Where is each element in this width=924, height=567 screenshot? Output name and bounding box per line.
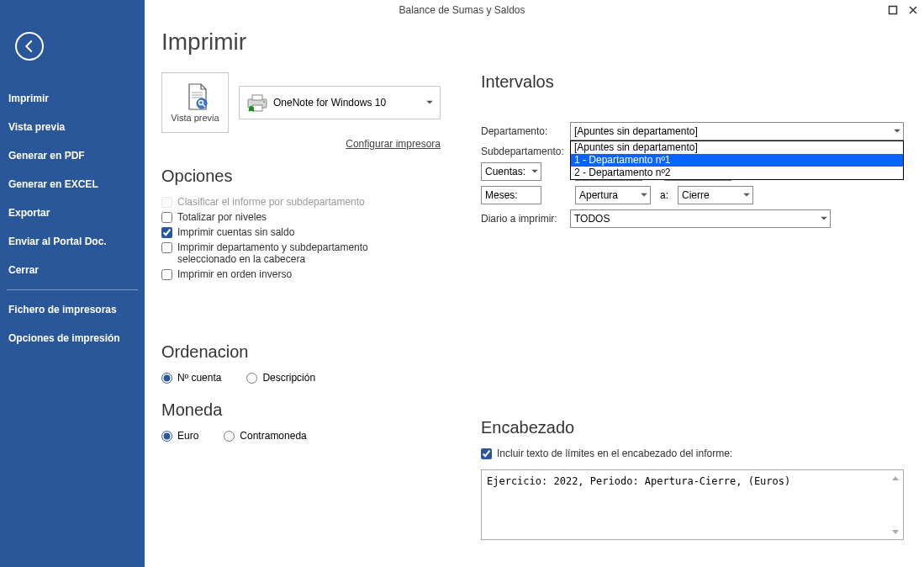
checkbox-clasificar bbox=[161, 197, 172, 208]
checkbox-label: Imprimir departamento y subdepartamento … bbox=[177, 241, 396, 265]
checkbox-dept-cabecera[interactable] bbox=[161, 242, 172, 253]
subdepartamento-label: Subdepartamento: bbox=[481, 146, 570, 157]
moneda-heading: Moneda bbox=[161, 400, 456, 420]
ordenacion-heading: Ordenacion bbox=[161, 342, 456, 362]
radio-cuenta-input[interactable] bbox=[161, 373, 172, 384]
checkbox-label: Clasificar el informe por subdepartament… bbox=[177, 196, 365, 208]
checkbox-label: Incluir texto de límites en el encabezad… bbox=[497, 448, 732, 459]
checkbox-label: Imprimir cuentas sin saldo bbox=[177, 226, 294, 238]
vista-previa-button[interactable]: Vista previa bbox=[161, 72, 229, 133]
departamento-dropdown[interactable]: [Apuntes sin departamento] 1 - Departame… bbox=[570, 140, 904, 180]
diario-select[interactable]: TODOS bbox=[570, 209, 831, 228]
radio-label: Euro bbox=[177, 430, 198, 442]
chevron-down-icon bbox=[426, 101, 433, 105]
select-value: TODOS bbox=[574, 213, 610, 225]
sidebar-item-opciones-impresion[interactable]: Opciones de impresión bbox=[0, 324, 145, 352]
checkbox-incluir-texto[interactable] bbox=[481, 448, 492, 459]
svg-point-4 bbox=[197, 98, 207, 109]
printer-select[interactable]: OneNote for Windows 10 bbox=[239, 86, 441, 119]
sidebar-item-label: Vista previa bbox=[8, 121, 65, 133]
chevron-down-icon bbox=[894, 130, 900, 134]
select-value: Meses: bbox=[485, 189, 518, 201]
encabezado-textarea[interactable] bbox=[481, 469, 904, 540]
check-incluir-texto[interactable]: Incluir texto de límites en el encabezad… bbox=[481, 448, 904, 459]
scroll-down-icon[interactable] bbox=[889, 525, 902, 538]
radio-contramoneda-input[interactable] bbox=[224, 431, 235, 442]
checkbox-sin-saldo[interactable] bbox=[161, 227, 172, 238]
sidebar-item-pdf[interactable]: Generar en PDF bbox=[0, 141, 145, 170]
sidebar-item-portal[interactable]: Enviar al Portal Doc. bbox=[0, 227, 145, 256]
back-button[interactable] bbox=[15, 32, 44, 61]
window-buttons bbox=[887, 0, 919, 20]
select-value: Cuentas: bbox=[485, 166, 525, 178]
svg-rect-0 bbox=[890, 7, 897, 14]
svg-rect-8 bbox=[252, 95, 262, 100]
dropdown-option[interactable]: 1 - Departamento nº1 bbox=[571, 154, 903, 167]
radio-label: Nº cuenta bbox=[177, 372, 221, 384]
sidebar-item-label: Enviar al Portal Doc. bbox=[8, 236, 107, 247]
sidebar: Imprimir Vista previa Generar en PDF Gen… bbox=[0, 0, 145, 567]
sidebar-item-imprimir[interactable]: Imprimir bbox=[0, 84, 145, 113]
departamento-label: Departamento: bbox=[481, 125, 570, 137]
sidebar-item-excel[interactable]: Generar en EXCEL bbox=[0, 170, 145, 199]
departamento-select[interactable]: [Apuntes sin departamento] bbox=[570, 122, 904, 140]
radio-euro-input[interactable] bbox=[161, 431, 172, 442]
sidebar-item-label: Imprimir bbox=[8, 93, 49, 104]
encabezado-heading: Encabezado bbox=[481, 418, 904, 437]
radio-label: Descripción bbox=[262, 372, 315, 384]
checkbox-orden-inverso[interactable] bbox=[161, 269, 172, 280]
sidebar-item-label: Generar en EXCEL bbox=[8, 178, 98, 190]
radio-label: Contramoneda bbox=[240, 430, 306, 442]
radio-descripcion[interactable]: Descripción bbox=[246, 372, 315, 384]
radio-euro[interactable]: Euro bbox=[161, 430, 198, 442]
configurar-impresora-link[interactable]: Configurar impresora bbox=[346, 138, 441, 150]
sidebar-item-label: Cerrar bbox=[8, 264, 39, 276]
sidebar-item-label: Exportar bbox=[8, 207, 50, 219]
mes-desde-select[interactable]: Apertura bbox=[575, 186, 651, 204]
check-sin-saldo[interactable]: Imprimir cuentas sin saldo bbox=[161, 226, 456, 238]
chevron-down-icon bbox=[821, 217, 827, 221]
radio-cuenta[interactable]: Nº cuenta bbox=[161, 372, 221, 384]
mes-hasta-select[interactable]: Cierre bbox=[678, 186, 753, 204]
checkbox-totalizar[interactable] bbox=[161, 212, 172, 223]
meses-select-label[interactable]: Meses: bbox=[481, 186, 541, 204]
check-dept-cabecera[interactable]: Imprimir departamento y subdepartamento … bbox=[161, 241, 456, 265]
sidebar-item-label: Generar en PDF bbox=[8, 150, 85, 162]
vista-previa-label: Vista previa bbox=[171, 113, 219, 123]
sidebar-item-exportar[interactable]: Exportar bbox=[0, 199, 145, 227]
sidebar-item-label: Fichero de impresoras bbox=[8, 304, 117, 315]
main-content: Imprimir bbox=[145, 0, 924, 567]
scroll-up-icon[interactable] bbox=[889, 471, 902, 485]
intervalos-heading: Intervalos bbox=[481, 72, 904, 92]
close-icon[interactable] bbox=[907, 4, 919, 16]
dropdown-option[interactable]: 2 - Departamento nº2 bbox=[571, 167, 903, 179]
check-clasificar: Clasificar el informe por subdepartament… bbox=[161, 196, 456, 208]
chevron-down-icon bbox=[641, 193, 647, 198]
radio-descripcion-input[interactable] bbox=[246, 373, 257, 384]
sidebar-item-vista-previa[interactable]: Vista previa bbox=[0, 113, 145, 141]
sidebar-separator bbox=[7, 289, 138, 290]
window-title: Balance de Sumas y Saldos bbox=[399, 4, 525, 16]
dropdown-option[interactable]: [Apuntes sin departamento] bbox=[571, 141, 903, 154]
svg-point-10 bbox=[263, 101, 265, 103]
sidebar-item-cerrar[interactable]: Cerrar bbox=[0, 256, 145, 284]
chevron-down-icon bbox=[531, 170, 538, 174]
select-value: [Apuntes sin departamento] bbox=[574, 125, 698, 137]
check-orden-inverso[interactable]: Imprimir en orden inverso bbox=[161, 268, 456, 280]
page-title: Imprimir bbox=[161, 29, 904, 56]
check-totalizar[interactable]: Totalizar por niveles bbox=[161, 211, 456, 223]
checkbox-label: Imprimir en orden inverso bbox=[177, 268, 292, 280]
checkbox-label: Totalizar por niveles bbox=[177, 211, 267, 223]
a-label: a: bbox=[656, 189, 673, 201]
maximize-icon[interactable] bbox=[887, 4, 899, 16]
select-value: Apertura bbox=[579, 189, 618, 201]
sidebar-item-fichero-impresoras[interactable]: Fichero de impresoras bbox=[0, 295, 145, 324]
chevron-down-icon bbox=[743, 193, 750, 198]
sidebar-item-label: Opciones de impresión bbox=[8, 332, 120, 344]
select-value: Cierre bbox=[682, 189, 710, 201]
cuentas-select[interactable]: Cuentas: bbox=[481, 162, 541, 181]
title-bar: Balance de Sumas y Saldos bbox=[0, 0, 924, 20]
printer-name: OneNote for Windows 10 bbox=[273, 97, 386, 109]
radio-contramoneda[interactable]: Contramoneda bbox=[224, 430, 306, 442]
document-preview-icon bbox=[184, 82, 206, 109]
